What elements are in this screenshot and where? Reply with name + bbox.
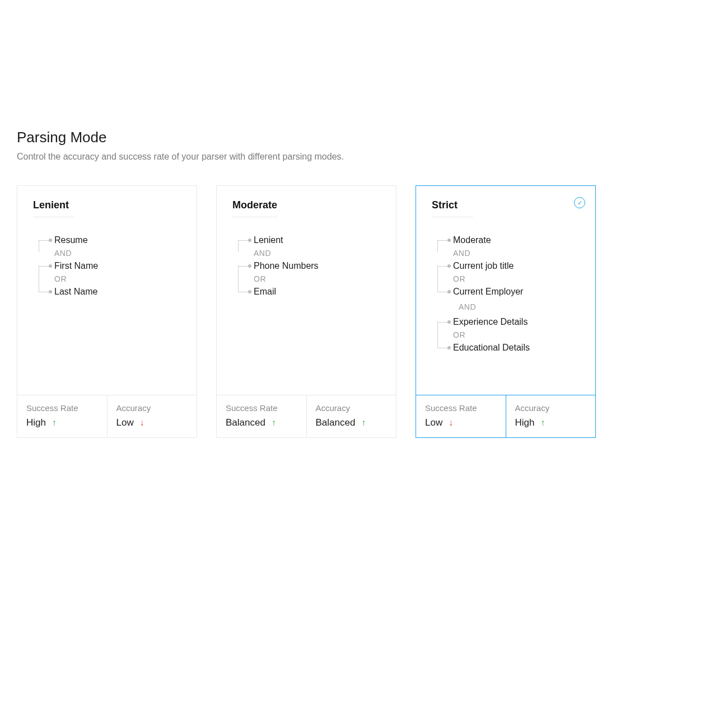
arrow-down-icon: ↓ [449,418,453,428]
rule-node: Last Name [39,286,181,298]
metric-value: Low [116,417,134,428]
metric-value: High [26,417,46,428]
rule-node: Educational Details [437,342,580,354]
metric-success-rate: Success Rate High ↑ [17,395,107,437]
rule-node: Current job title [437,260,580,272]
metric-accuracy: Accuracy High ↑ [506,395,596,437]
rule-operator: AND [437,249,580,258]
rule-node: Email [238,286,380,298]
rule-node: Experience Details [437,316,580,328]
card-title: Moderate [232,199,277,217]
rule-operator: AND [39,249,181,258]
parsing-mode-card-lenient[interactable]: Lenient Resume AND First Name OR Last Na… [17,185,197,438]
rule-tree: Resume AND First Name OR Last Name [33,234,181,298]
arrow-up-icon: ↑ [52,418,57,428]
metric-label: Accuracy [116,403,188,413]
arrow-up-icon: ↑ [361,418,366,428]
rule-node: First Name [39,260,181,272]
metric-label: Accuracy [316,403,388,413]
metric-value: Balanced [316,417,356,428]
rule-operator: OR [238,274,380,283]
rule-operator: OR [437,330,580,339]
rule-operator: OR [39,274,181,283]
rule-node: Phone Numbers [238,260,380,272]
rule-operator: AND [238,249,380,258]
card-title: Lenient [33,199,74,217]
parsing-mode-card-moderate[interactable]: Moderate Lenient AND Phone Numbers OR Em… [216,185,396,438]
arrow-up-icon: ↑ [272,418,276,428]
rule-tree: Lenient AND Phone Numbers OR Email [232,234,380,298]
parsing-mode-card-strict[interactable]: ✓ Strict Moderate AND Current job title … [416,185,596,438]
metric-value: Low [425,417,442,428]
metric-label: Success Rate [226,403,297,413]
rule-tree: Moderate AND Current job title OR Curren… [432,234,580,354]
card-title: Strict [432,199,473,217]
metric-label: Success Rate [425,403,497,413]
metric-label: Accuracy [515,403,587,413]
page-title: Parsing Mode [17,129,711,146]
rule-node: Moderate [437,234,580,246]
metric-success-rate: Success Rate Balanced ↑ [217,395,306,437]
arrow-up-icon: ↑ [540,418,545,428]
metric-label: Success Rate [26,403,98,413]
rule-node: Lenient [238,234,380,246]
metric-value: Balanced [226,417,265,428]
metric-value: High [515,417,535,428]
metric-accuracy: Accuracy Balanced ↑ [306,395,396,437]
selected-check-icon: ✓ [574,197,585,208]
rule-node: Current Employer [437,286,580,298]
rule-operator: AND [437,302,580,311]
rule-operator: OR [437,274,580,283]
arrow-down-icon: ↓ [139,418,144,428]
metric-accuracy: Accuracy Low ↓ [107,395,197,437]
metric-success-rate: Success Rate Low ↓ [416,395,506,437]
parsing-mode-cards: Lenient Resume AND First Name OR Last Na… [17,185,711,438]
page-subtitle: Control the accuracy and success rate of… [17,152,711,162]
rule-node: Resume [39,234,181,246]
